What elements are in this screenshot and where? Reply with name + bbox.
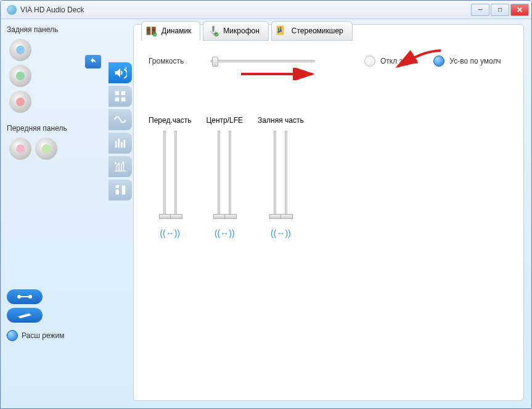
person-speaker-icon bbox=[113, 183, 127, 197]
channel-rear: Залняя часть ((↔)) bbox=[258, 116, 304, 238]
front-panel-label: Передняя панель bbox=[7, 124, 102, 133]
speaker-icon: + bbox=[113, 66, 127, 80]
svg-point-19 bbox=[153, 33, 157, 37]
lfe-slider[interactable] bbox=[229, 131, 231, 217]
slider-thumb[interactable] bbox=[170, 214, 182, 219]
tab-speaker[interactable]: Динамик bbox=[141, 21, 200, 41]
svg-rect-5 bbox=[121, 91, 125, 95]
environment-icon bbox=[113, 160, 127, 173]
svg-rect-10 bbox=[121, 142, 123, 147]
back-button[interactable] bbox=[85, 55, 101, 68]
app-body: Задняя панель Передняя панель bbox=[1, 19, 531, 408]
slider-thumb[interactable] bbox=[269, 214, 282, 219]
svg-rect-11 bbox=[124, 140, 126, 148]
front-left-slider[interactable] bbox=[163, 131, 166, 217]
tab-stereomix-label: Стереомикшер bbox=[292, 27, 343, 35]
slider-thumb[interactable] bbox=[280, 214, 293, 219]
center-slider[interactable] bbox=[218, 131, 220, 217]
svg-point-18 bbox=[153, 29, 155, 31]
svg-point-23 bbox=[277, 31, 279, 33]
rear-panel-label: Задняя панель bbox=[7, 25, 102, 34]
front-swap-button[interactable]: ((↔)) bbox=[149, 228, 191, 238]
annotation-arrow-2 bbox=[239, 68, 319, 80]
svg-point-13 bbox=[116, 185, 120, 189]
svg-rect-4 bbox=[115, 91, 119, 95]
connector-button-2[interactable] bbox=[7, 308, 43, 323]
channel-rear-label: Залняя часть bbox=[258, 116, 304, 125]
window-buttons: ─ □ ✕ bbox=[471, 4, 529, 16]
rear-jack-red[interactable] bbox=[9, 91, 31, 113]
channel-front: Перед.часть ((↔)) bbox=[149, 116, 191, 238]
channel-sliders: Перед.часть ((↔)) Центр/LFE (( bbox=[149, 116, 509, 238]
titlebar[interactable]: VIA HD Audio Deck ─ □ ✕ bbox=[1, 1, 531, 19]
svg-text:+: + bbox=[124, 66, 127, 72]
svg-rect-14 bbox=[122, 186, 126, 195]
volume-row: Громкость Откл звука Ус-во по умолч bbox=[149, 56, 509, 67]
maximize-button[interactable]: □ bbox=[491, 4, 509, 16]
mode-row: Расш режим bbox=[7, 330, 102, 341]
rail-env[interactable] bbox=[108, 156, 132, 177]
svg-rect-1 bbox=[21, 296, 28, 297]
slider-thumb[interactable] bbox=[159, 214, 171, 219]
expanded-mode-radio[interactable] bbox=[7, 330, 18, 341]
main-panel: Динамик Микрофон Стереомикшер Громкость bbox=[133, 24, 524, 401]
mute-radio[interactable] bbox=[364, 56, 375, 67]
rail-wave[interactable] bbox=[108, 109, 132, 130]
slider-thumb[interactable] bbox=[224, 214, 237, 219]
undo-arrow-icon bbox=[89, 57, 97, 66]
tab-mic-label: Микрофон bbox=[223, 27, 259, 35]
front-jack-green[interactable] bbox=[35, 138, 57, 160]
rail-karaoke[interactable] bbox=[108, 180, 132, 200]
annotation-arrow-1 bbox=[393, 48, 442, 73]
rear-jack-blue[interactable] bbox=[9, 39, 31, 61]
channel-center: Центр/LFE ((↔)) bbox=[206, 116, 243, 238]
channel-front-label: Перед.часть bbox=[149, 116, 191, 125]
svg-rect-8 bbox=[115, 141, 117, 147]
window-title: VIA HD Audio Deck bbox=[20, 6, 471, 14]
rail-eq[interactable] bbox=[108, 133, 132, 154]
volume-slider[interactable] bbox=[210, 60, 315, 62]
equalizer-icon bbox=[113, 136, 127, 150]
svg-rect-6 bbox=[115, 97, 119, 101]
tab-stereomix[interactable]: Стереомикшер bbox=[271, 21, 353, 41]
rear-swap-button[interactable]: ((↔)) bbox=[258, 228, 304, 238]
tabs: Динамик Микрофон Стереомикшер bbox=[141, 21, 353, 41]
connector-button-1[interactable] bbox=[7, 289, 43, 304]
volume-slider-thumb[interactable] bbox=[212, 57, 218, 67]
tab-mic[interactable]: Микрофон bbox=[203, 21, 268, 41]
svg-point-17 bbox=[147, 29, 149, 31]
app-window: VIA HD Audio Deck ─ □ ✕ Задняя панель bbox=[0, 0, 532, 409]
rail-config[interactable] bbox=[108, 86, 132, 107]
svg-point-21 bbox=[215, 33, 219, 37]
rear-jack-green[interactable] bbox=[9, 65, 31, 87]
connector-icon bbox=[15, 293, 34, 300]
tab-speaker-label: Динамик bbox=[162, 27, 191, 35]
speakers-grid-icon bbox=[113, 89, 127, 103]
svg-point-12 bbox=[115, 162, 117, 165]
rear-left-slider[interactable] bbox=[274, 131, 276, 217]
slider-thumb[interactable] bbox=[213, 214, 226, 219]
sine-wave-icon bbox=[113, 113, 127, 126]
rail-volume[interactable]: + bbox=[108, 62, 132, 83]
rear-right-slider[interactable] bbox=[285, 131, 287, 217]
app-icon bbox=[7, 5, 17, 15]
channel-center-label: Центр/LFE bbox=[206, 116, 243, 125]
tab-content: Громкость Откл звука Ус-во по умолч bbox=[134, 25, 523, 250]
stereomix-tab-icon bbox=[276, 25, 288, 37]
category-rail: + bbox=[108, 19, 133, 408]
pen-icon bbox=[15, 312, 34, 319]
front-jack-pink[interactable] bbox=[9, 138, 31, 160]
front-right-slider[interactable] bbox=[174, 131, 177, 217]
close-button[interactable]: ✕ bbox=[510, 4, 529, 16]
volume-label: Громкость bbox=[149, 57, 198, 65]
sidebar: Задняя панель Передняя панель bbox=[1, 19, 108, 408]
minimize-button[interactable]: ─ bbox=[471, 4, 489, 16]
center-swap-button[interactable]: ((↔)) bbox=[206, 228, 243, 238]
svg-point-24 bbox=[279, 30, 281, 31]
svg-rect-9 bbox=[118, 139, 120, 148]
svg-rect-7 bbox=[121, 97, 125, 101]
mic-tab-icon bbox=[207, 25, 219, 37]
svg-point-2 bbox=[28, 295, 32, 299]
speaker-tab-icon bbox=[145, 25, 158, 37]
expanded-mode-label: Расш режим bbox=[22, 331, 64, 340]
